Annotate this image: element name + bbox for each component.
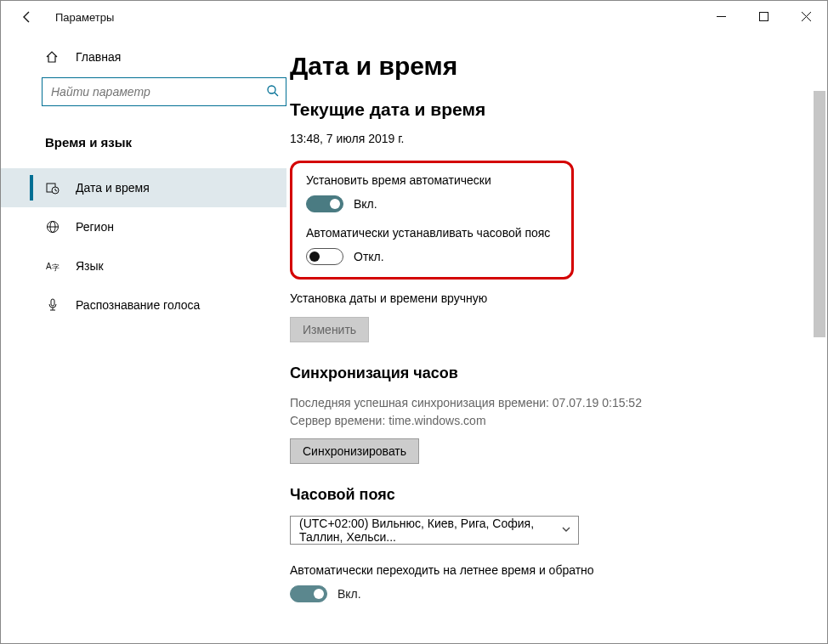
sync-button[interactable]: Синхронизировать	[290, 438, 419, 464]
sync-last: Последняя успешная синхронизация времени…	[290, 396, 642, 410]
close-button[interactable]	[785, 1, 827, 31]
back-button[interactable]	[16, 6, 38, 28]
main-content: Дата и время Текущие дата и время 13:48,…	[286, 33, 827, 643]
manual-set-label: Установка даты и времени вручную	[290, 291, 827, 305]
maximize-button[interactable]	[742, 1, 785, 31]
sidebar-item-label: Дата и время	[76, 181, 150, 195]
sidebar-item-label: Регион	[76, 220, 114, 234]
calendar-clock-icon	[45, 181, 60, 195]
home-label: Главная	[76, 50, 121, 64]
sidebar-item-speech[interactable]: Распознавание голоса	[1, 285, 286, 325]
search-icon	[266, 84, 280, 100]
current-datetime-value: 13:48, 7 июля 2019 г.	[290, 132, 827, 145]
chevron-down-icon	[561, 524, 571, 536]
timezone-dropdown[interactable]: (UTC+02:00) Вильнюс, Киев, Рига, София, …	[290, 516, 579, 545]
timezone-value: (UTC+02:00) Вильнюс, Киев, Рига, София, …	[299, 517, 561, 544]
sidebar-item-language[interactable]: A字 Язык	[1, 246, 286, 285]
sync-server: Сервер времени: time.windows.com	[290, 414, 486, 427]
home-icon	[45, 50, 60, 64]
window-controls	[700, 1, 827, 31]
home-link[interactable]: Главная	[1, 45, 286, 69]
sidebar-item-label: Распознавание голоса	[76, 298, 200, 312]
svg-rect-1	[759, 12, 768, 20]
svg-line-5	[275, 93, 278, 96]
svg-text:A: A	[46, 262, 52, 271]
page-heading: Дата и время	[290, 52, 827, 81]
microphone-icon	[45, 298, 60, 312]
window-title: Параметры	[55, 11, 114, 24]
close-icon	[802, 12, 811, 21]
auto-tz-label: Автоматически устанавливать часовой пояс	[306, 226, 558, 240]
scrollbar-track[interactable]	[814, 91, 825, 638]
dst-state: Вкл.	[337, 587, 361, 601]
auto-tz-state: Откл.	[354, 250, 384, 263]
tz-heading: Часовой пояс	[290, 486, 827, 504]
back-arrow-icon	[20, 10, 34, 24]
category-heading: Время и язык	[1, 127, 286, 158]
current-datetime-heading: Текущие дата и время	[290, 99, 827, 120]
svg-point-4	[268, 86, 275, 93]
change-button[interactable]: Изменить	[290, 317, 369, 342]
sidebar-item-region[interactable]: Регион	[1, 207, 286, 246]
sidebar-item-label: Язык	[76, 259, 104, 273]
sync-info: Последняя успешная синхронизация времени…	[290, 394, 827, 430]
svg-text:字: 字	[52, 263, 60, 272]
sidebar-item-date-time[interactable]: Дата и время	[1, 168, 286, 207]
sidebar: Главная Время и язык Дата и время Регион…	[1, 33, 286, 643]
search-input[interactable]	[42, 77, 286, 106]
sync-heading: Синхронизация часов	[290, 364, 827, 382]
scrollbar-thumb[interactable]	[814, 91, 825, 337]
search-wrap	[42, 77, 286, 106]
language-icon: A字	[45, 259, 60, 273]
auto-time-state: Вкл.	[354, 197, 377, 211]
dst-toggle[interactable]	[290, 585, 327, 602]
minimize-icon	[717, 12, 726, 21]
maximize-icon	[759, 12, 768, 21]
highlight-annotation: Установить время автоматически Вкл. Авто…	[290, 161, 574, 280]
auto-tz-toggle[interactable]	[306, 248, 343, 265]
minimize-button[interactable]	[700, 1, 742, 31]
titlebar: Параметры	[1, 1, 827, 33]
globe-icon	[45, 220, 60, 234]
dst-label: Автоматически переходить на летнее время…	[290, 563, 827, 577]
auto-time-toggle[interactable]	[306, 195, 343, 212]
svg-rect-15	[51, 299, 54, 306]
auto-time-label: Установить время автоматически	[306, 173, 558, 187]
